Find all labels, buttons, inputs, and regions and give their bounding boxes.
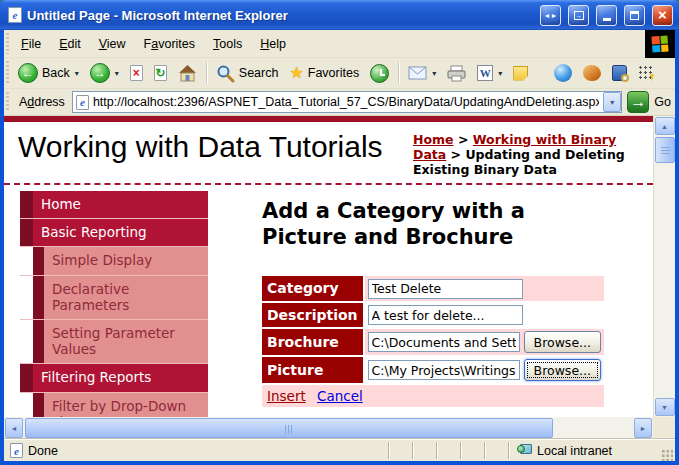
print-button[interactable] — [442, 63, 471, 84]
sidebar-item-label: Filter by Drop-Down List — [44, 393, 208, 418]
search-button[interactable]: Search — [211, 62, 284, 85]
status-zone-text: Local intranet — [537, 444, 612, 458]
icq-button[interactable] — [633, 63, 659, 83]
sidebar-item-basic-reporting[interactable]: Basic Reporting — [20, 219, 208, 247]
cancel-link[interactable]: Cancel — [317, 388, 363, 404]
resize-grip[interactable] — [660, 448, 673, 461]
brochure-browse-button[interactable]: Browse... — [524, 331, 601, 353]
insert-link[interactable]: Insert — [267, 388, 306, 404]
popout-button[interactable]: → — [568, 5, 589, 26]
icq-icon — [638, 65, 654, 81]
edit-dropdown-icon: ▾ — [498, 69, 502, 78]
address-input[interactable]: e http://localhost:2396/ASPNET_Data_Tuto… — [72, 91, 622, 113]
menu-bar: File Edit View Favorites Tools Help — [4, 30, 675, 58]
vertical-scroll-thumb[interactable] — [655, 137, 675, 163]
page-viewport: Working with Data Tutorials Home > Worki… — [4, 116, 675, 417]
stop-icon: × — [130, 65, 143, 81]
table-row: Brochure Browse... — [262, 329, 604, 357]
address-bar: Address e http://localhost:2396/ASPNET_D… — [4, 89, 675, 116]
sidebar-item-filtering-reports[interactable]: Filtering Reports — [20, 364, 208, 392]
status-page-icon: e — [10, 443, 23, 458]
sidebar-item-simple-display[interactable]: Simple Display — [20, 247, 208, 275]
local-intranet-icon — [517, 444, 532, 457]
stop-button[interactable]: × — [125, 63, 148, 83]
table-footer-row: Insert Cancel — [262, 385, 604, 409]
title-bar: e Untitled Page - Microsoft Internet Exp… — [0, 0, 679, 30]
close-icon: × — [658, 7, 667, 22]
messenger-button[interactable] — [549, 62, 577, 84]
breadcrumb-separator-2: > — [451, 147, 461, 162]
close-button[interactable]: × — [652, 5, 673, 26]
status-segment — [388, 442, 412, 459]
description-label: Description — [262, 303, 365, 330]
go-group: → Go — [627, 91, 671, 113]
sidebar-item-declarative-parameters[interactable]: Declarative Parameters — [20, 276, 208, 320]
menu-edit[interactable]: Edit — [50, 33, 90, 55]
research-button[interactable] — [607, 63, 632, 83]
status-segment — [436, 442, 460, 459]
breadcrumb-link-home[interactable]: Home — [413, 132, 454, 147]
address-dropdown-button[interactable]: ▼ — [603, 92, 621, 112]
minimize-button[interactable] — [596, 5, 617, 26]
picture-browse-button[interactable]: Browse... — [524, 359, 601, 381]
sidebar-item-home[interactable]: Home — [20, 191, 208, 219]
horizontal-scroll-thumb[interactable] — [25, 418, 553, 438]
edit-with-word-button[interactable]: W ▾ — [472, 63, 507, 83]
favorites-star-icon: ★ — [289, 65, 303, 81]
picture-file-input[interactable] — [368, 360, 520, 380]
picture-label: Picture — [262, 357, 365, 385]
scroll-up-button[interactable]: ▲ — [655, 117, 675, 135]
content-row: Home Basic Reporting Simple Display Decl… — [4, 185, 653, 417]
maximize-button[interactable] — [624, 5, 645, 26]
horizontal-scrollbar[interactable]: ◄ ► — [4, 417, 653, 439]
category-input[interactable] — [368, 279, 523, 299]
ie-icon: e — [8, 7, 22, 23]
sidebar-stripe — [33, 320, 44, 363]
search-icon — [216, 64, 235, 83]
browser-window: e Untitled Page - Microsoft Internet Exp… — [0, 0, 679, 465]
back-icon: ← — [18, 63, 38, 83]
address-url[interactable]: http://localhost:2396/ASPNET_Data_Tutori… — [93, 95, 599, 109]
back-label: Back — [42, 66, 70, 80]
refresh-button[interactable]: ↻ — [149, 63, 172, 83]
addon-button[interactable] — [578, 63, 606, 83]
vertical-scrollbar[interactable]: ▲ ▼ — [653, 116, 675, 417]
research-icon — [612, 65, 627, 81]
scroll-down-button[interactable]: ▼ — [655, 398, 675, 416]
toolbar-grip-2[interactable] — [5, 61, 10, 85]
favorites-button[interactable]: ★ Favorites — [284, 63, 364, 83]
home-button[interactable] — [173, 62, 202, 84]
description-input[interactable] — [368, 305, 523, 325]
split-view-button[interactable]: ◄► — [540, 5, 561, 26]
forward-button[interactable]: → ▾ — [85, 61, 124, 85]
history-button[interactable] — [365, 62, 394, 85]
back-dropdown-icon: ▾ — [75, 69, 79, 78]
menu-tools[interactable]: Tools — [204, 33, 251, 55]
page-header: Working with Data Tutorials Home > Worki… — [4, 122, 653, 181]
minimize-icon — [603, 18, 611, 21]
menu-file[interactable]: File — [12, 33, 50, 55]
scroll-left-button[interactable]: ◄ — [5, 418, 23, 438]
toolbar-grip-3[interactable] — [5, 92, 10, 112]
toolbar-grip[interactable] — [5, 33, 10, 54]
scroll-right-button[interactable]: ► — [634, 418, 652, 438]
back-button[interactable]: ← Back ▾ — [13, 61, 84, 85]
status-segment — [484, 442, 508, 459]
sidebar-item-label: Filtering Reports — [33, 364, 208, 391]
mail-button[interactable]: ▾ — [403, 64, 441, 82]
sidebar-item-filter-by-dropdown-list[interactable]: Filter by Drop-Down List — [20, 393, 208, 418]
go-button[interactable]: → — [627, 91, 649, 113]
sidebar-stripe — [33, 247, 44, 274]
status-bar: e Done Local intranet — [4, 439, 675, 461]
category-label: Category — [262, 276, 365, 303]
menu-favorites[interactable]: Favorites — [135, 33, 204, 55]
breadcrumb: Home > Working with Binary Data > Updati… — [413, 132, 647, 181]
sidebar-item-setting-parameter-values[interactable]: Setting Parameter Values — [20, 320, 208, 364]
sidebar-item-label: Home — [33, 191, 208, 218]
brochure-file-input[interactable] — [368, 332, 520, 352]
favorites-label: Favorites — [308, 66, 359, 80]
menu-view[interactable]: View — [90, 33, 135, 55]
discuss-button[interactable] — [508, 64, 533, 83]
page-title: Add a Category with a Picture and Brochu… — [262, 199, 602, 250]
menu-help[interactable]: Help — [251, 33, 295, 55]
